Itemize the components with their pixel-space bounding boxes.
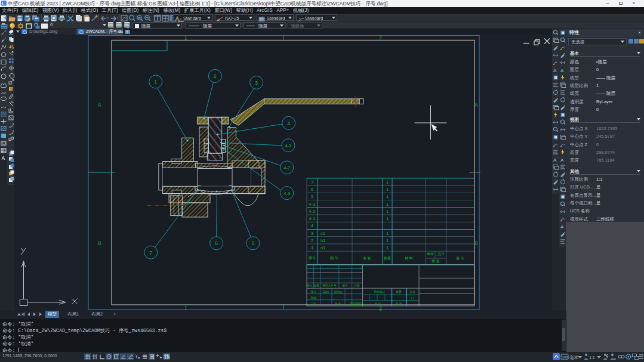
svg-text:6: 6 <box>311 187 313 192</box>
svg-text:总计: 总计 <box>437 252 445 256</box>
svg-text:2023/09/18: 2023/09/18 <box>350 302 363 305</box>
svg-text:材 料: 材 料 <box>404 256 413 261</box>
svg-text:签字: 签字 <box>342 284 348 287</box>
svg-text:b1: b1 <box>321 238 325 243</box>
svg-text:1:1: 1:1 <box>589 355 595 360</box>
svg-text:2: 2 <box>214 73 217 79</box>
svg-text:1: 1 <box>184 35 187 41</box>
svg-text:审核: 审核 <box>310 296 316 299</box>
svg-text:4: 4 <box>287 120 290 126</box>
svg-text:工艺: 工艺 <box>310 302 316 305</box>
svg-text:4: 4 <box>311 223 313 228</box>
svg-text:A: A <box>474 102 478 108</box>
svg-text:4-1: 4-1 <box>285 143 292 148</box>
svg-text:设计: 设计 <box>310 290 316 293</box>
svg-text:c1: c1 <box>321 231 325 236</box>
svg-text:数量: 数量 <box>384 256 391 260</box>
svg-text:5: 5 <box>251 240 254 246</box>
svg-text:备 注: 备 注 <box>456 256 464 261</box>
svg-text:数量: 数量 <box>396 290 402 293</box>
svg-text:Clark: Clark <box>323 290 329 293</box>
svg-text:3: 3 <box>311 231 313 236</box>
svg-text:1: 1 <box>386 194 389 199</box>
svg-text:1: 1 <box>386 202 389 207</box>
svg-text:5: 5 <box>311 194 313 199</box>
svg-text:4-1: 4-1 <box>309 216 316 221</box>
svg-text:A: A <box>98 102 101 108</box>
svg-text:1: 1 <box>154 79 157 85</box>
svg-text:6: 6 <box>215 240 218 246</box>
svg-text:1: 1 <box>184 305 187 311</box>
svg-text:100: 100 <box>562 355 569 359</box>
svg-text:1: 1 <box>386 187 389 192</box>
svg-text:1: 1 <box>386 245 389 250</box>
svg-text:1: 1 <box>386 238 389 243</box>
svg-text:4-2: 4-2 <box>284 165 290 171</box>
svg-text:a1: a1 <box>321 245 325 250</box>
svg-text:7: 7 <box>311 180 313 185</box>
svg-text:2: 2 <box>311 238 313 243</box>
svg-text:图 号: 图 号 <box>330 256 338 261</box>
svg-text:单件: 单件 <box>427 252 434 256</box>
svg-text:1: 1 <box>386 231 389 236</box>
svg-text:重 量: 重 量 <box>431 259 440 263</box>
svg-text:4-3: 4-3 <box>284 191 290 196</box>
svg-text:1:1: 1:1 <box>411 297 415 300</box>
svg-text:3: 3 <box>255 80 258 86</box>
svg-text:1: 1 <box>386 216 389 221</box>
svg-text:1: 1 <box>386 209 389 214</box>
svg-text:B: B <box>98 240 101 246</box>
svg-text:4-3: 4-3 <box>309 202 316 207</box>
svg-text:名 称: 名 称 <box>363 256 371 261</box>
svg-text:2: 2 <box>379 35 382 41</box>
svg-text:标记: 标记 <box>306 283 313 287</box>
svg-text:序号: 序号 <box>309 256 316 260</box>
svg-text:B: B <box>474 240 478 246</box>
svg-text:毫米: 毫米 <box>569 355 579 360</box>
svg-text:1: 1 <box>10 87 12 91</box>
svg-text:1: 1 <box>386 180 389 185</box>
svg-text:处数: 处数 <box>313 283 320 287</box>
svg-text:7: 7 <box>149 250 152 256</box>
svg-text:4-2: 4-2 <box>309 209 316 214</box>
svg-text:更改文件号: 更改文件号 <box>323 283 337 287</box>
svg-text:阶段标记: 阶段标记 <box>374 290 386 294</box>
svg-text:1: 1 <box>311 245 313 250</box>
